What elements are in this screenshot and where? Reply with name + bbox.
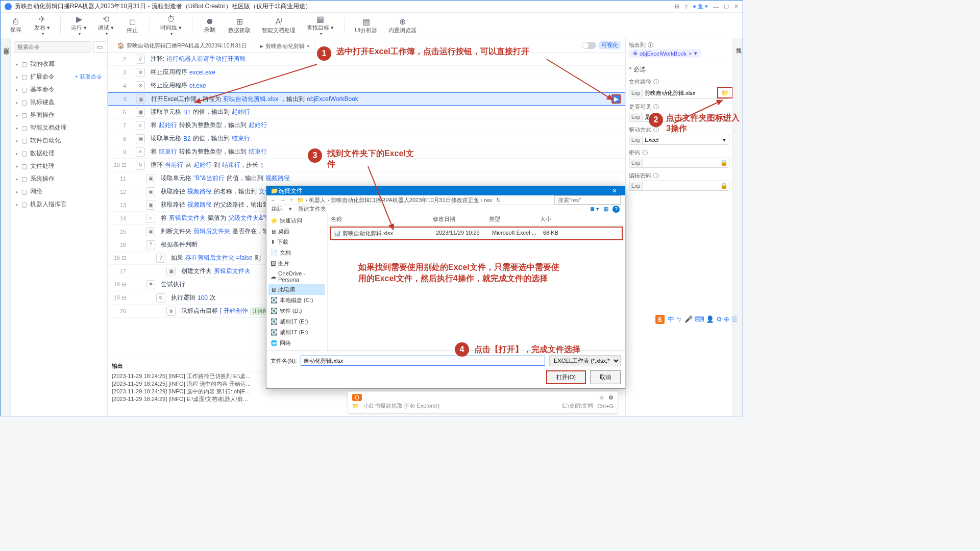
app-logo-icon (5, 3, 12, 10)
code-line[interactable]: 4⊗终止应用程序 et.exe▶ (108, 79, 625, 92)
filter-select[interactable]: EXCEL工作表 (*.xlsx;*.xls;*.xlsn (549, 355, 621, 366)
dialog-side-item[interactable]: 💽 本地磁盘 (C:) (268, 295, 325, 306)
sidebar-item[interactable]: ▢我的收藏 (11, 58, 107, 70)
dialog-side-item[interactable]: 🖥 此电脑 (268, 284, 325, 295)
sidebar-item[interactable]: ▢文件处理 (11, 160, 107, 172)
col-size[interactable]: 大小 (537, 213, 568, 225)
dialog-side-item[interactable]: 💽 软件 (D:) (268, 306, 325, 316)
nav-back-icon[interactable]: ← (271, 197, 276, 203)
toolbar-录制[interactable]: ⏺录制 (200, 15, 220, 36)
title-bar: 剪映自动化剪辑口播RPA机器人2023年10月31日 - 流程创造者（UiBot… (1, 1, 743, 13)
left-rail[interactable]: 流程 命令 (1, 38, 11, 416)
gear-icon[interactable]: ⚙ (608, 394, 614, 401)
sidebar-item[interactable]: ▢软件自动化 (11, 134, 107, 147)
help-icon[interactable]: ? (684, 4, 688, 10)
visible-input[interactable] (643, 113, 720, 121)
quick-search-bar[interactable]: Q☆⚙ 📁小红书爆款抓取 (File Explorer)E:\桌面\文档Ctrl… (348, 391, 618, 414)
toolbar-保存[interactable]: ⎙保存 (6, 15, 26, 36)
grid-icon[interactable]: ⊞ (675, 3, 679, 10)
dialog-side-item[interactable]: ⬇ 下载 (268, 237, 325, 247)
dialog-title: 选择文件 (278, 187, 303, 195)
properties-panel: 输出到 ⓘ ⊕ objExcelWorkBook × ▾ ^ 必选 文件路径 ⓘ… (625, 38, 732, 416)
dialog-help-icon[interactable]: ? (612, 206, 620, 213)
quick-item-title[interactable]: 小红书爆款抓取 (File Explorer) (363, 402, 439, 410)
organize-button[interactable]: 组织 (272, 205, 283, 213)
code-line[interactable]: 11▣读取单元格 "B"&当前行 的值，输出到 视频路径▶ (108, 172, 625, 185)
dialog-side-item[interactable]: 📄 文档 (268, 247, 325, 258)
filename-input[interactable] (301, 356, 545, 366)
toolbar-数据抓取[interactable]: ⊞数据抓取 (225, 15, 254, 36)
output-variable-chip[interactable]: ⊕ objExcelWorkBook × ▾ (629, 49, 701, 58)
col-type[interactable]: 类型 (486, 213, 537, 225)
file-path-field[interactable]: Exp 📁 (629, 87, 729, 99)
refresh-icon[interactable]: ↻ (496, 197, 501, 204)
toolbar-时间线[interactable]: ⏱时间线 ▾ (157, 15, 185, 36)
sidebar-item[interactable]: ▢界面操作 (11, 109, 107, 121)
password-input[interactable] (643, 159, 717, 167)
toolbar-调试[interactable]: ⟲调试 ▾ (95, 15, 117, 36)
tab-project[interactable]: 🏠 剪映自动化剪辑口播RPA机器人2023年10月31日 (112, 39, 253, 52)
close-icon[interactable]: ✕ (734, 3, 739, 10)
dialog-close-icon[interactable]: ✕ (608, 187, 621, 194)
dialog-side-item[interactable]: ☁ OneDrive - Persona (268, 269, 325, 284)
sidebar-item[interactable]: ▢鼠标键盘 (11, 96, 107, 109)
dialog-search-input[interactable] (554, 195, 621, 205)
breadcrumb[interactable]: 📁 › 机器人 › 剪映自动化剪辑口播RPA机器人2023年10月31日修改皮正… (297, 196, 492, 204)
view-icon[interactable]: ≣ ▾ (590, 206, 599, 213)
col-date[interactable]: 修改日期 (430, 213, 486, 225)
code-line[interactable]: 5▣打开Excel工作簿，路径为 剪映自动化剪辑.xlsx ，输出到 objEx… (108, 92, 625, 106)
sidebar-item[interactable]: ▢系统操作 (11, 172, 107, 185)
toolbar-发布[interactable]: ✈发布 ▾ (31, 15, 53, 36)
file-row[interactable]: 📊 剪映自动化剪辑.xlsx 2023/11/29 10:29 Microsof… (330, 227, 623, 240)
toolbar-UI分析器[interactable]: ▤UI分析器 (352, 15, 380, 36)
sidebar-item[interactable]: ▢网络 (11, 185, 107, 198)
nav-fwd-icon[interactable]: → (280, 197, 286, 203)
dialog-side-item[interactable]: 💽 威刚1T (E:) (268, 316, 325, 327)
visual-label: 可视化 (598, 41, 621, 49)
toolbar-内置浏览器[interactable]: ⊕内置浏览器 (385, 15, 420, 36)
dialog-side-item[interactable]: ⭐ 快速访问 (268, 215, 325, 226)
tab-flow[interactable]: ▸ 剪映自动化剪辑 × (255, 40, 315, 52)
favorite-button[interactable]: ▭ (93, 41, 106, 53)
driver-input[interactable] (643, 136, 720, 144)
sidebar-item[interactable]: ▢智能文档处理 (11, 121, 107, 134)
visual-toggle[interactable] (582, 42, 596, 49)
col-name[interactable]: 名称 (328, 213, 430, 225)
new-folder-button[interactable]: 新建文件夹 (298, 205, 326, 213)
toolbar-智能文档处理[interactable]: Aⁱ智能文档处理 (259, 15, 299, 36)
dialog-side-item[interactable]: 🖼 图片 (268, 258, 325, 269)
code-line[interactable]: 8▣读取单元格 B2 的值，输出到 结束行▶ (108, 132, 625, 145)
toolbar-运行[interactable]: ▶运行 ▾ (68, 15, 90, 36)
user-label[interactable]: ● 鱼 ▾ (693, 3, 708, 10)
code-line[interactable]: 6▣读取单元格 B1 的值，输出到 起始行▶ (108, 106, 625, 119)
main-toolbar: ⎙保存✈发布 ▾▶运行 ▾⟲调试 ▾◻停止⏱时间线 ▾⏺录制⊞数据抓取Aⁱ智能文… (1, 13, 743, 38)
sidebar-item[interactable]: ▢机器人指挥官 (11, 198, 107, 211)
code-line[interactable]: 3⊗终止应用程序 excel.exe▶ (108, 66, 625, 79)
toolbar-停止[interactable]: ◻停止 (122, 15, 142, 36)
code-line[interactable]: 9≡将 结束行 转换为整数类型，输出到 结束行▶ (108, 145, 625, 159)
dialog-side-item[interactable]: 🌐 网络 (268, 338, 325, 348)
file-path-input[interactable] (643, 89, 717, 97)
sidebar-item[interactable]: ▢基本命令 (11, 83, 107, 96)
edit-password-input[interactable] (643, 182, 717, 190)
dialog-side-item[interactable]: 🖥 桌面 (268, 226, 325, 237)
code-line[interactable]: 10 ⊟↻循环 当前行 从 起始行 到 结束行 , 步长 1▶ (108, 159, 625, 172)
right-rail[interactable]: 属性 (732, 38, 743, 416)
run-line-icon[interactable]: ▶ (611, 94, 621, 104)
star-icon[interactable]: ☆ (599, 394, 604, 401)
preview-icon[interactable]: ▦ (603, 206, 608, 213)
code-line[interactable]: 2//注释: 运行机器人前请手动打开剪映▶ (108, 53, 625, 66)
cancel-button[interactable]: 取消 (590, 370, 621, 384)
toolbar-查找目标[interactable]: ▦查找目标 ▾ (304, 15, 337, 36)
maximize-icon[interactable]: ▢ (724, 3, 729, 10)
sidebar-item[interactable]: ▢数据处理 (11, 147, 107, 160)
dialog-side-item[interactable]: 💽 威刚1T (E:) (268, 327, 325, 338)
search-input[interactable] (14, 41, 91, 53)
file-open-dialog: 📁 选择文件✕ ← → ↑ 📁 › 机器人 › 剪映自动化剪辑口播RPA机器人2… (266, 186, 625, 389)
open-button[interactable]: 打开(O) (546, 370, 586, 384)
sidebar-item[interactable]: ▢扩展命令+ 获取命令 (11, 70, 107, 83)
code-line[interactable]: 7≡将 起始行 转换为整数类型，输出到 起始行▶ (108, 119, 625, 132)
folder-browse-icon[interactable]: 📁 (717, 87, 733, 98)
minimize-icon[interactable]: — (713, 4, 719, 10)
nav-up-icon[interactable]: ↑ (290, 197, 293, 203)
